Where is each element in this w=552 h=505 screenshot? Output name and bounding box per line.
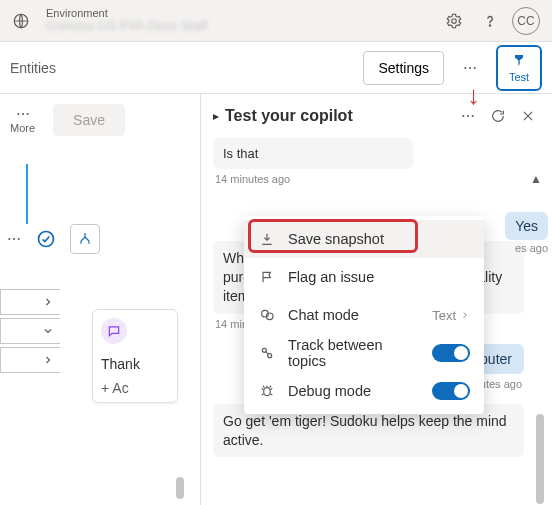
bot-message: Is that [213,138,413,169]
user-avatar[interactable]: CC [512,7,540,35]
test-panel-title: Test your copilot [225,107,450,125]
scroll-up-icon[interactable]: ▲ [530,172,542,186]
close-icon[interactable] [516,104,540,128]
message-icon [101,318,127,344]
command-bar-overflow-button[interactable] [454,52,486,84]
debug-mode-toggle[interactable] [432,382,470,400]
settings-button[interactable]: Settings [363,51,444,85]
svg-point-13 [462,115,464,117]
authoring-canvas: More Save Thank + Ac [0,94,200,505]
svg-point-8 [26,113,28,115]
svg-point-1 [452,18,457,23]
node-row [6,224,100,254]
flag-icon [258,269,276,285]
svg-point-2 [489,24,490,25]
message-card-add[interactable]: + Ac [101,380,169,396]
user-reply-chip: Yes [505,212,548,240]
svg-point-20 [264,388,271,396]
message-node-card[interactable]: Thank + Ac [92,309,178,403]
menu-flag-issue[interactable]: Flag an issue [244,258,484,296]
test-button-label: Test [509,71,529,83]
svg-point-6 [17,113,19,115]
avatar-initials: CC [517,14,534,28]
collapse-caret-icon[interactable]: ▸ [213,109,219,123]
message-card-title: Thank [101,356,169,372]
environment-value: Contoso US PVA Docs Staff [46,19,207,33]
check-icon [36,229,56,249]
slot-column [0,289,60,373]
menu-save-snapshot[interactable]: Save snapshot [244,220,484,258]
menu-item-label: Chat mode [288,307,420,323]
bug-icon [258,383,276,399]
chat-icon [258,307,276,323]
canvas-scrollbar-thumb[interactable] [176,477,184,499]
svg-point-14 [467,115,469,117]
test-button[interactable]: Test [496,45,542,91]
svg-point-9 [8,238,10,240]
track-icon [258,345,276,361]
help-icon[interactable] [476,7,504,35]
svg-point-7 [21,113,23,115]
svg-point-5 [474,66,476,68]
slot-item[interactable] [0,347,60,373]
save-button[interactable]: Save [53,104,125,136]
test-panel-header: ▸ Test your copilot ↓ [201,94,552,134]
menu-track-between-topics[interactable]: Track between topics [244,334,484,372]
refresh-icon[interactable] [486,104,510,128]
environment-block[interactable]: Environment Contoso US PVA Docs Staff [46,7,207,33]
content-area: More Save Thank + Ac [0,94,552,505]
menu-item-label: Flag an issue [288,269,470,285]
timestamp: 14 minutes ago [215,173,524,185]
menu-item-value: Text [432,308,470,323]
highlight-arrow-icon: ↓ [467,82,480,108]
svg-point-4 [469,66,471,68]
branch-icon[interactable] [70,224,100,254]
svg-point-15 [472,115,474,117]
svg-point-10 [13,238,15,240]
menu-chat-mode[interactable]: Chat mode Text [244,296,484,334]
track-topics-toggle[interactable] [432,344,470,362]
menu-item-label: Save snapshot [288,231,470,247]
more-button[interactable]: More [10,106,35,134]
test-panel-menu: Save snapshot Flag an issue Chat mode Te… [244,216,484,414]
menu-item-label: Debug mode [288,383,420,399]
slot-item[interactable] [0,318,60,344]
top-bar: Environment Contoso US PVA Docs Staff CC [0,0,552,42]
node-options-icon[interactable] [6,231,22,247]
svg-point-11 [18,238,20,240]
more-label: More [10,122,35,134]
download-icon [258,231,276,247]
settings-gear-icon[interactable] [440,7,468,35]
menu-debug-mode[interactable]: Debug mode [244,372,484,410]
node-rail [26,164,28,224]
slot-item[interactable] [0,289,60,315]
chat-scrollbar-thumb[interactable] [536,414,544,504]
page-title: Entities [10,60,56,76]
environment-icon [12,12,30,30]
menu-item-label: Track between topics [288,337,420,369]
svg-point-3 [464,66,466,68]
timestamp: es ago [515,242,548,254]
